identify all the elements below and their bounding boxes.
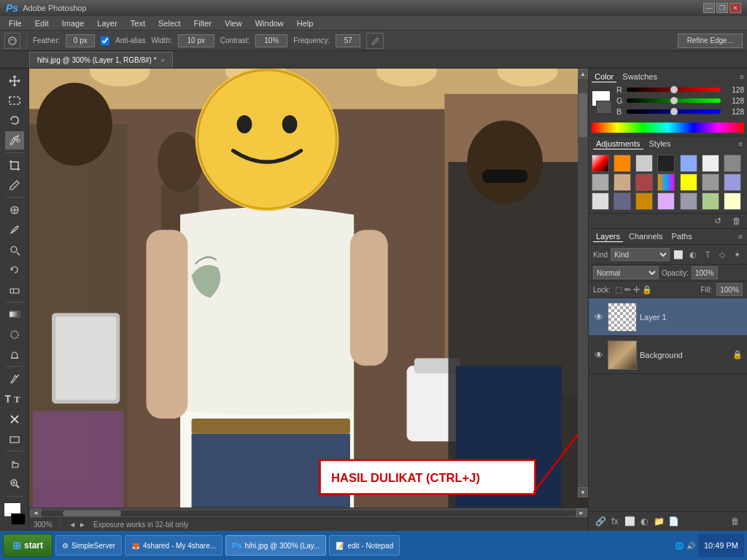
layers-panel-menu[interactable]: ≡ (738, 233, 743, 241)
scroll-up-btn[interactable]: ▲ (578, 69, 588, 79)
lasso-tool[interactable] (5, 112, 24, 130)
layer-item-1[interactable]: 👁 Layer 1 (589, 298, 747, 336)
filter-shape-btn[interactable]: ◇ (716, 249, 728, 260)
contrast-input[interactable] (255, 34, 287, 47)
start-button[interactable]: ⊞ start (3, 534, 53, 557)
shape-tool[interactable] (5, 429, 24, 448)
scroll-thumb-v[interactable] (578, 93, 587, 137)
width-input[interactable] (178, 34, 214, 47)
adj-swatch-11[interactable] (680, 174, 697, 191)
new-adjustment-btn[interactable]: ◐ (637, 515, 651, 528)
brush-tool[interactable] (5, 221, 24, 239)
adj-swatch-0[interactable] (592, 155, 609, 172)
adj-swatch-19[interactable] (702, 192, 719, 210)
scroll-track-h[interactable] (41, 510, 576, 516)
menu-view[interactable]: View (219, 18, 248, 29)
menu-filter[interactable]: Filter (188, 18, 217, 29)
blend-mode-select[interactable]: Normal (593, 266, 659, 279)
adj-swatch-16[interactable] (635, 192, 653, 210)
eyedropper-tool[interactable] (5, 176, 24, 194)
blur-tool[interactable] (5, 325, 24, 343)
taskbar-4shared[interactable]: 🦊 4shared - My 4share... (125, 535, 222, 556)
new-layer-btn[interactable]: 📄 (666, 515, 681, 528)
horizontal-scrollbar[interactable]: ◄ ► (29, 508, 588, 518)
scroll-thumb-h[interactable] (63, 510, 121, 516)
tab-layers[interactable]: Layers (593, 231, 623, 242)
lock-transparent-btn[interactable]: ⬚ (615, 285, 622, 295)
menu-select[interactable]: Select (152, 18, 187, 29)
kind-select[interactable]: Kind (611, 248, 670, 261)
tool-preset-btn[interactable] (4, 33, 20, 49)
lock-position-btn[interactable]: ✛ (633, 285, 640, 295)
tab-adjustments[interactable]: Adjustments (593, 139, 643, 149)
text-tool[interactable]: T T (5, 390, 24, 408)
lock-all-btn[interactable]: 🔒 (642, 285, 652, 295)
vertical-scrollbar[interactable]: ▲ ▼ (578, 69, 588, 497)
taskbar-simpleserver[interactable]: ⚙ SimpleServer (55, 535, 122, 556)
add-style-btn[interactable]: fx (608, 515, 622, 528)
layer-item-background[interactable]: 👁 Background 🔒 (589, 336, 747, 374)
adj-reset-btn[interactable]: ↺ (711, 215, 725, 227)
delete-layer-btn[interactable]: 🗑 (728, 515, 743, 528)
adj-swatch-4[interactable] (680, 155, 697, 172)
maximize-button[interactable]: ❐ (716, 3, 728, 13)
adj-swatch-2[interactable] (635, 155, 653, 172)
adj-swatch-6[interactable] (724, 155, 741, 172)
filter-text-btn[interactable]: T (702, 249, 713, 260)
background-color-swatch[interactable] (596, 101, 612, 114)
adj-swatch-15[interactable] (614, 192, 631, 210)
menu-edit[interactable]: Edit (29, 18, 55, 29)
adj-swatch-17[interactable] (657, 192, 675, 210)
tab-styles[interactable]: Styles (646, 139, 674, 149)
close-button[interactable]: ✕ (729, 3, 741, 13)
gradient-tool[interactable] (5, 306, 24, 324)
taskbar-photoshop[interactable]: Ps hihi.jpg @ 300% (Lay... (225, 535, 326, 556)
opacity-input[interactable] (692, 266, 718, 279)
link-layers-btn[interactable]: 🔗 (593, 515, 608, 528)
frequency-input[interactable] (336, 34, 360, 47)
adj-swatch-12[interactable] (702, 174, 719, 191)
adj-swatch-8[interactable] (614, 174, 631, 191)
layer-1-visibility[interactable]: 👁 (593, 311, 605, 323)
adj-swatch-7[interactable] (592, 174, 609, 191)
filter-pixel-btn[interactable]: ⬜ (673, 249, 684, 260)
filter-smart-btn[interactable]: ✦ (731, 249, 743, 260)
scroll-track-v[interactable] (578, 79, 588, 487)
adj-swatch-13[interactable] (724, 174, 741, 191)
move-tool[interactable] (5, 71, 24, 90)
menu-image[interactable]: Image (56, 18, 90, 29)
background-visibility[interactable]: 👁 (593, 349, 605, 361)
fill-input[interactable] (716, 283, 743, 296)
history-brush-tool[interactable] (5, 260, 24, 279)
adj-swatch-9[interactable] (635, 174, 653, 191)
g-slider[interactable] (627, 98, 721, 103)
crop-tool[interactable] (5, 156, 24, 174)
adj-swatch-5[interactable] (702, 155, 719, 172)
feather-input[interactable] (66, 34, 95, 47)
tab-paths[interactable]: Paths (669, 231, 695, 242)
scroll-right-btn[interactable]: ► (576, 508, 587, 518)
menu-file[interactable]: File (3, 18, 28, 29)
menu-layer[interactable]: Layer (91, 18, 123, 29)
adj-swatch-3[interactable] (657, 155, 675, 172)
color-panel-menu[interactable]: ≡ (740, 73, 744, 81)
hand-tool[interactable] (5, 454, 24, 472)
scroll-left-btn[interactable]: ◄ (31, 508, 41, 518)
lock-image-btn[interactable]: ✏ (624, 285, 631, 295)
menu-help[interactable]: Help (291, 18, 320, 29)
adj-swatch-20[interactable] (724, 192, 741, 210)
tab-channels[interactable]: Channels (626, 231, 665, 242)
tab-swatches[interactable]: Swatches (619, 71, 660, 82)
path-selection-tool[interactable] (5, 410, 24, 428)
new-group-btn[interactable]: 📁 (651, 515, 666, 528)
adj-swatch-18[interactable] (680, 192, 697, 210)
color-spectrum[interactable] (592, 122, 744, 133)
stylus-btn[interactable] (366, 33, 384, 49)
pen-tool[interactable] (5, 370, 24, 388)
tab-color[interactable]: Color (592, 71, 616, 82)
zoom-tool[interactable] (5, 475, 24, 493)
b-slider[interactable] (627, 109, 721, 114)
menu-text[interactable]: Text (125, 18, 151, 29)
magic-wand-tool[interactable] (5, 131, 24, 149)
clone-stamp-tool[interactable] (5, 241, 24, 259)
